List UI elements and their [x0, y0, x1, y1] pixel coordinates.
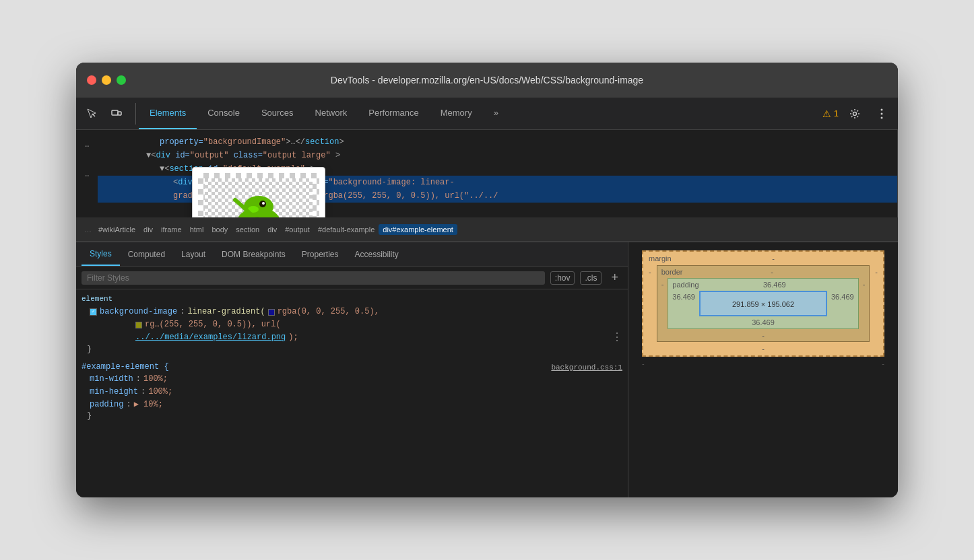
sub-tab-styles[interactable]: Styles: [82, 242, 120, 266]
filter-input[interactable]: [82, 271, 545, 285]
dom-path-breadcrumb: … #wikiArticle div iframe html body sect…: [76, 217, 898, 242]
bottom-minus-right: -: [882, 359, 884, 368]
devtools-toolbar: Elements Console Sources Network Perform…: [76, 98, 898, 130]
content-size: 291.859 × 195.062: [732, 300, 794, 308]
html-line-1[interactable]: property="backgroundImage">…</section>: [98, 135, 897, 149]
sub-tab-layout[interactable]: Layout: [173, 242, 214, 266]
maximize-button[interactable]: [117, 75, 126, 85]
html-area: … … property="backgroundImage">…</sectio…: [76, 130, 898, 217]
tab-network[interactable]: Network: [304, 98, 358, 129]
sub-tab-accessibility[interactable]: Accessibility: [347, 242, 407, 266]
border-val-top: -: [771, 268, 773, 276]
svg-rect-1: [118, 112, 121, 115]
breadcrumb-div[interactable]: div: [139, 224, 157, 235]
color-swatch-2[interactable]: [135, 322, 142, 328]
css-source[interactable]: background.css:1: [551, 363, 622, 372]
svg-rect-0: [112, 110, 118, 115]
tab-memory[interactable]: Memory: [430, 98, 483, 129]
css-selector: #example-element {: [82, 362, 169, 372]
svg-point-14: [262, 202, 265, 205]
svg-point-2: [853, 112, 857, 115]
padding-val-bottom: 36.469: [668, 316, 857, 328]
css-padding[interactable]: padding : ▶ 10%;: [82, 398, 622, 411]
css-prop-background-link[interactable]: ../../media/examples/lizard.png ); ⋮: [82, 331, 622, 344]
margin-val-top: -: [772, 254, 775, 262]
svg-point-3: [881, 108, 883, 110]
traffic-lights: [87, 75, 126, 85]
box-model-container: margin - - - border - x: [642, 250, 884, 370]
breadcrumb-section[interactable]: section: [232, 224, 263, 235]
title-bar: DevTools - developer.mozilla.org/en-US/d…: [76, 63, 898, 98]
toolbar-icons: [82, 103, 136, 125]
add-style-button[interactable]: +: [607, 269, 622, 286]
bottom-panels: Styles Computed Layout DOM Breakpoints P…: [76, 242, 898, 497]
window-title: DevTools - developer.mozilla.org/en-US/d…: [331, 75, 643, 85]
minimize-button[interactable]: [102, 75, 111, 85]
image-preview-tooltip: 320 × 229 pixels: [192, 167, 325, 217]
tab-sources[interactable]: Sources: [251, 98, 304, 129]
border-val-left: -: [657, 278, 668, 329]
css-prop-background-cont: rg…(255, 255, 0, 0.5)), url(: [82, 318, 622, 331]
styles-content: element background-image : linear-gradie…: [76, 289, 628, 497]
dot1: …: [85, 138, 90, 151]
hov-button[interactable]: :hov: [550, 271, 575, 285]
breadcrumb-div2[interactable]: div: [263, 224, 281, 235]
gecko-svg: [205, 178, 313, 218]
sub-tab-dom-breakpoints[interactable]: DOM Breakpoints: [214, 242, 294, 266]
margin-val-left: -: [643, 265, 657, 342]
sub-tab-computed[interactable]: Computed: [120, 242, 173, 266]
padding-val-right: 36.469: [827, 291, 858, 316]
border-box: border - x - padding 36.469: [657, 265, 870, 342]
breadcrumb-iframe[interactable]: iframe: [157, 224, 186, 235]
styles-filter-bar: :hov .cls +: [76, 267, 628, 289]
sub-tabs: Styles Computed Layout DOM Breakpoints P…: [76, 242, 628, 267]
toolbar-right: ⚠ 1: [822, 103, 892, 125]
html-panel: property="backgroundImage">…</section> ▼…: [98, 130, 898, 217]
padding-box: padding 36.469 x 36.469 291.859 × 195.: [668, 278, 858, 329]
more-options-icon[interactable]: [871, 103, 892, 125]
styles-panel: Styles Computed Layout DOM Breakpoints P…: [76, 242, 628, 497]
color-swatch-1[interactable]: [268, 309, 275, 316]
breadcrumb-default-example[interactable]: #default-example: [314, 224, 379, 235]
warning-badge[interactable]: ⚠ 1: [822, 108, 839, 119]
css-url-link[interactable]: ../../media/examples/lizard.png: [135, 331, 286, 344]
tabs: Elements Console Sources Network Perform…: [139, 98, 822, 129]
margin-label: margin: [649, 254, 672, 262]
margin-val-right: -: [870, 265, 883, 342]
warning-icon: ⚠: [822, 108, 831, 119]
html-line-2[interactable]: ▼<div id="output" class="output large" >: [98, 149, 897, 162]
responsive-icon[interactable]: [106, 103, 127, 125]
close-button[interactable]: [87, 75, 96, 85]
breadcrumb-html[interactable]: html: [186, 224, 208, 235]
css-rule-1: background-image : linear-gradient( rgba…: [82, 306, 622, 354]
sub-tab-properties[interactable]: Properties: [294, 242, 347, 266]
cls-button[interactable]: .cls: [580, 271, 602, 285]
svg-point-4: [881, 112, 883, 114]
tab-elements[interactable]: Elements: [139, 98, 197, 129]
css-rule-2: #example-element { background.css:1 min-…: [82, 362, 622, 421]
inspector-icon[interactable]: [82, 103, 103, 125]
border-label: border: [661, 268, 683, 276]
devtools-window: DevTools - developer.mozilla.org/en-US/d…: [76, 63, 898, 497]
more-options-button[interactable]: ⋮: [612, 332, 622, 343]
tab-more[interactable]: »: [483, 98, 509, 129]
breadcrumb-output[interactable]: #output: [281, 224, 314, 235]
css-prop-background[interactable]: background-image : linear-gradient( rgba…: [82, 306, 622, 318]
breadcrumb-example-element[interactable]: div#example-element: [379, 224, 457, 235]
margin-box: margin - - - border - x: [642, 250, 884, 357]
image-preview: [198, 173, 319, 217]
breadcrumb-wikiarticle[interactable]: #wikiArticle: [94, 224, 139, 235]
settings-icon[interactable]: [844, 103, 866, 125]
border-val-right: -: [859, 278, 870, 329]
tab-console[interactable]: Console: [197, 98, 251, 129]
tab-performance[interactable]: Performance: [358, 98, 429, 129]
content-box: 291.859 × 195.062: [699, 291, 827, 316]
css-min-width[interactable]: min-width : 100%;: [82, 373, 622, 386]
margin-val-bottom: -: [643, 342, 883, 355]
padding-val-top: 36.469: [763, 281, 786, 289]
css-min-height[interactable]: min-height : 100%;: [82, 386, 622, 398]
warning-count: 1: [834, 108, 839, 118]
element-label: element: [82, 295, 622, 303]
breadcrumb-body[interactable]: body: [207, 224, 232, 235]
css-prop-checkbox[interactable]: [90, 308, 97, 316]
